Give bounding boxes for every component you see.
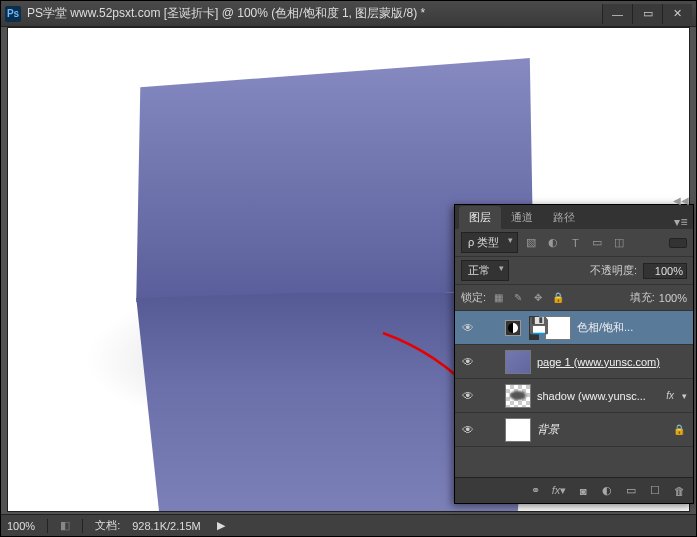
doc-info: 928.1K/2.15M [132, 520, 201, 532]
lock-label: 锁定: [461, 290, 486, 305]
opacity-input[interactable]: 100% [643, 263, 687, 279]
fill-input[interactable]: 100% [659, 292, 687, 304]
layer-list: 👁 💾 色相/饱和... 👁 page 1 (www.yunsc.com) 👁 … [455, 311, 693, 477]
filter-switch[interactable] [669, 238, 687, 248]
layer-row-page1[interactable]: 👁 page 1 (www.yunsc.com) [455, 345, 693, 379]
lock-pixels-icon[interactable]: ✎ [510, 290, 526, 306]
filter-adjust-icon[interactable]: ◐ [544, 234, 562, 252]
lock-transparent-icon[interactable]: ▦ [490, 290, 506, 306]
fill-label: 填充: [630, 290, 655, 305]
titlebar: Ps PS学堂 www.52psxt.com [圣诞折卡] @ 100% (色相… [1, 1, 696, 27]
close-button[interactable]: ✕ [662, 4, 692, 24]
visibility-toggle[interactable]: 👁 [459, 389, 477, 403]
tab-paths[interactable]: 路径 [543, 206, 585, 229]
filter-shape-icon[interactable]: ▭ [588, 234, 606, 252]
opacity-label: 不透明度: [590, 263, 637, 278]
layer-name[interactable]: shadow (www.yunsc... [537, 390, 660, 402]
layer-filter-row: ρ 类型 ▧ ◐ T ▭ ◫ [455, 229, 693, 257]
statusbar: 100% ◧ 文档: 928.1K/2.15M ▶ [1, 514, 696, 536]
blend-row: 正常 不透明度: 100% [455, 257, 693, 285]
minimize-button[interactable]: — [602, 4, 632, 24]
document-title: PS学堂 www.52psxt.com [圣诞折卡] @ 100% (色相/饱和… [27, 5, 602, 22]
layer-row-hue-sat[interactable]: 👁 💾 色相/饱和... [455, 311, 693, 345]
new-adjustment-button[interactable]: ◐ [599, 484, 615, 497]
adjustment-icon [505, 320, 521, 336]
filter-pixel-icon[interactable]: ▧ [522, 234, 540, 252]
tab-layers[interactable]: 图层 [459, 206, 501, 229]
filter-kind-select[interactable]: ρ 类型 [461, 232, 518, 253]
maximize-button[interactable]: ▭ [632, 4, 662, 24]
panel-tabs: 图层 通道 路径 ▾≡ [455, 205, 693, 229]
doc-label: 文档: [95, 518, 120, 533]
lock-row: 锁定: ▦ ✎ ✥ 🔒 填充: 100% [455, 285, 693, 311]
statusbar-expand[interactable]: ▶ [217, 519, 225, 532]
visibility-toggle[interactable]: 👁 [459, 423, 477, 437]
lock-position-icon[interactable]: ✥ [530, 290, 546, 306]
new-group-button[interactable]: ▭ [623, 484, 639, 497]
blend-mode-select[interactable]: 正常 [461, 260, 509, 281]
panel-footer: ⚭ fx▾ ◙ ◐ ▭ ☐ 🗑 [455, 477, 693, 503]
fx-expand-icon[interactable]: ▾ [682, 391, 687, 401]
layer-thumb[interactable] [505, 350, 531, 374]
save-icon: 💾 [529, 316, 539, 340]
panel-collapse-icon[interactable]: ◀◀ [673, 195, 689, 206]
fx-badge[interactable]: fx [666, 390, 674, 401]
filter-smart-icon[interactable]: ◫ [610, 234, 628, 252]
layer-name[interactable]: 背景 [537, 422, 667, 437]
visibility-toggle[interactable]: 👁 [459, 321, 477, 335]
filter-type-icon[interactable]: T [566, 234, 584, 252]
layer-name[interactable]: 色相/饱和... [577, 320, 689, 335]
link-layers-button[interactable]: ⚭ [527, 484, 543, 497]
delete-layer-button[interactable]: 🗑 [671, 485, 687, 497]
status-icon: ◧ [60, 519, 70, 532]
app-icon: Ps [5, 6, 21, 22]
add-mask-button[interactable]: ◙ [575, 485, 591, 497]
layer-row-background[interactable]: 👁 背景 🔒 [455, 413, 693, 447]
layer-fx-button[interactable]: fx▾ [551, 484, 567, 497]
layer-name[interactable]: page 1 (www.yunsc.com) [537, 356, 689, 368]
layers-panel: ◀◀ 图层 通道 路径 ▾≡ ρ 类型 ▧ ◐ T ▭ ◫ 正常 不透明度: 1… [454, 204, 694, 504]
lock-icon: 🔒 [673, 424, 685, 435]
panel-menu-button[interactable]: ▾≡ [673, 215, 693, 229]
layer-thumb[interactable] [505, 384, 531, 408]
layer-row-shadow[interactable]: 👁 shadow (www.yunsc... fx ▾ [455, 379, 693, 413]
visibility-toggle[interactable]: 👁 [459, 355, 477, 369]
lock-all-icon[interactable]: 🔒 [550, 290, 566, 306]
tab-channels[interactable]: 通道 [501, 206, 543, 229]
new-layer-button[interactable]: ☐ [647, 484, 663, 497]
layer-thumb[interactable] [505, 418, 531, 442]
zoom-level[interactable]: 100% [7, 520, 35, 532]
